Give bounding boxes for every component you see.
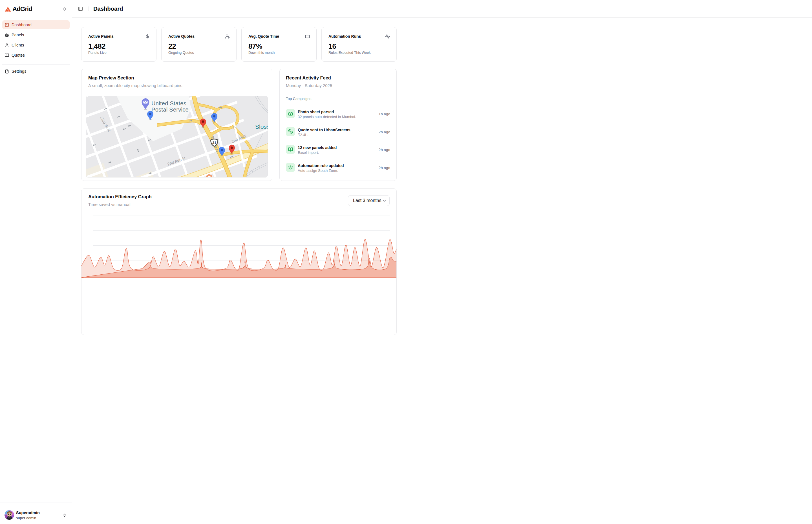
svg-text:Sloss…: Sloss…	[255, 124, 268, 130]
svg-text:31: 31	[212, 141, 216, 145]
svg-text:United States: United States	[152, 100, 186, 107]
svg-text:Postal Service: Postal Service	[152, 107, 189, 113]
